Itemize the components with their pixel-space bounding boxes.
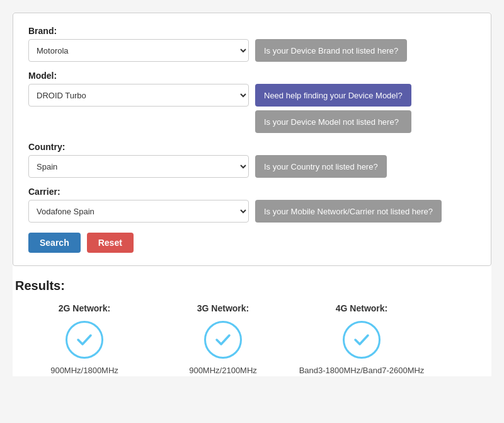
- brand-select[interactable]: Motorola: [28, 39, 249, 62]
- brand-label: Brand:: [28, 26, 476, 36]
- model-row: Model: DROID Turbo Need help finding you…: [28, 71, 476, 133]
- reset-button[interactable]: Reset: [87, 233, 134, 253]
- freq-4g: Band3-1800MHz/Band7-2600MHz: [299, 365, 425, 376]
- freq-3g: 900MHz/2100MHz: [160, 365, 286, 376]
- result-3g: 3G Network: 900MHz/2100MHz: [154, 303, 292, 376]
- model-label: Model:: [28, 71, 476, 81]
- results-section: Results: 2G Network: 900MHz/1800MHz 3G N…: [13, 279, 491, 376]
- main-container: Brand: Motorola Is your Device Brand not…: [13, 13, 491, 376]
- checkmark-3g-icon: [214, 330, 232, 349]
- result-2g: 2G Network: 900MHz/1800MHz: [15, 303, 154, 376]
- model-help-button[interactable]: Need help finding your Device Model?: [255, 84, 411, 107]
- country-row: Country: Spain Is your Country not liste…: [28, 142, 476, 178]
- network-4g-label: 4G Network:: [299, 303, 425, 313]
- carrier-label: Carrier:: [28, 187, 476, 197]
- country-controls: Spain Is your Country not listed here?: [28, 155, 476, 178]
- carrier-select[interactable]: Vodafone Spain: [28, 200, 249, 223]
- brand-not-listed-button[interactable]: Is your Device Brand not listed here?: [255, 39, 407, 62]
- search-button[interactable]: Search: [28, 233, 81, 253]
- carrier-row: Carrier: Vodafone Spain Is your Mobile N…: [28, 187, 476, 223]
- check-circle-3g: [204, 321, 242, 359]
- result-4g: 4G Network: Band3-1800MHz/Band7-2600MHz: [292, 303, 431, 376]
- network-2g-label: 2G Network:: [21, 303, 147, 313]
- checkmark-2g-icon: [75, 330, 94, 349]
- model-not-listed-button[interactable]: Is your Device Model not listed here?: [255, 110, 411, 133]
- country-label: Country:: [28, 142, 476, 152]
- model-select[interactable]: DROID Turbo: [28, 84, 249, 107]
- brand-row: Brand: Motorola Is your Device Brand not…: [28, 26, 476, 62]
- country-select[interactable]: Spain: [28, 155, 249, 178]
- results-grid: 2G Network: 900MHz/1800MHz 3G Network: 9…: [15, 303, 489, 376]
- action-buttons: Search Reset: [28, 233, 476, 253]
- network-3g-label: 3G Network:: [160, 303, 286, 313]
- brand-controls: Motorola Is your Device Brand not listed…: [28, 39, 476, 62]
- checkmark-4g-icon: [352, 330, 371, 349]
- carrier-not-listed-button[interactable]: Is your Mobile Network/Carrier not liste…: [255, 200, 442, 223]
- check-circle-2g: [66, 321, 103, 359]
- model-controls: DROID Turbo Need help finding your Devic…: [28, 84, 476, 133]
- freq-2g: 900MHz/1800MHz: [21, 365, 147, 376]
- form-box: Brand: Motorola Is your Device Brand not…: [13, 13, 491, 266]
- check-circle-4g: [343, 321, 381, 359]
- results-title: Results:: [15, 279, 489, 293]
- model-buttons-group: Need help finding your Device Model? Is …: [255, 84, 411, 133]
- carrier-controls: Vodafone Spain Is your Mobile Network/Ca…: [28, 200, 476, 223]
- country-not-listed-button[interactable]: Is your Country not listed here?: [255, 155, 387, 178]
